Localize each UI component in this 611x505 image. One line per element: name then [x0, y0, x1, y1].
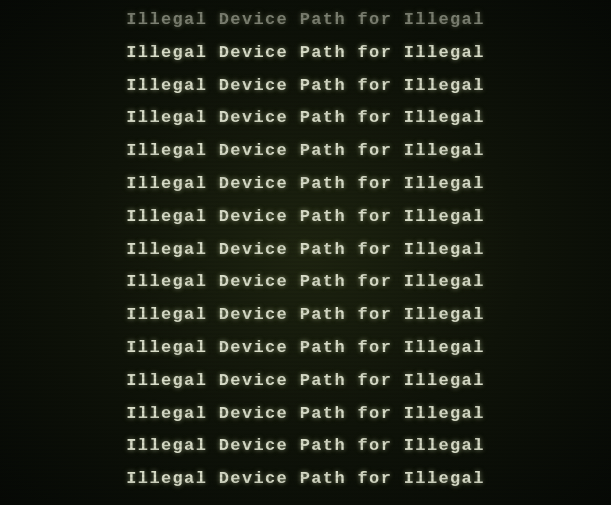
terminal-line: Illegal Device Path for Illegal: [0, 4, 611, 37]
terminal-line: Illegal Device Path for Illegal: [0, 398, 611, 431]
terminal-line: Illegal Device Path for Illegal: [0, 266, 611, 299]
terminal-line: Illegal Device Path for Illegal: [0, 234, 611, 267]
terminal-line: Illegal Device Path for Illegal: [0, 37, 611, 70]
terminal-line: Illegal Device Path for Illegal: [0, 430, 611, 463]
terminal-line: Illegal Device Path for Illegal: [0, 201, 611, 234]
terminal-line: Illegal Device Path for Illegal: [0, 70, 611, 103]
terminal-line: Illegal Device Path for Illegal: [0, 299, 611, 332]
terminal-line: Illegal Device Path for Illegal: [0, 102, 611, 135]
terminal-line: Illegal Device Path for Illegal: [0, 135, 611, 168]
terminal-line: Illegal Device Path for Illegal: [0, 168, 611, 201]
terminal-line: Illegal Device Path for Illegal: [0, 463, 611, 496]
terminal-line: Illegal Device Path for Illegal: [0, 365, 611, 398]
terminal-screen: Illegal Device Path for IllegalIllegal D…: [0, 0, 611, 505]
terminal-line: Illegal Device Path for Illegal: [0, 332, 611, 365]
